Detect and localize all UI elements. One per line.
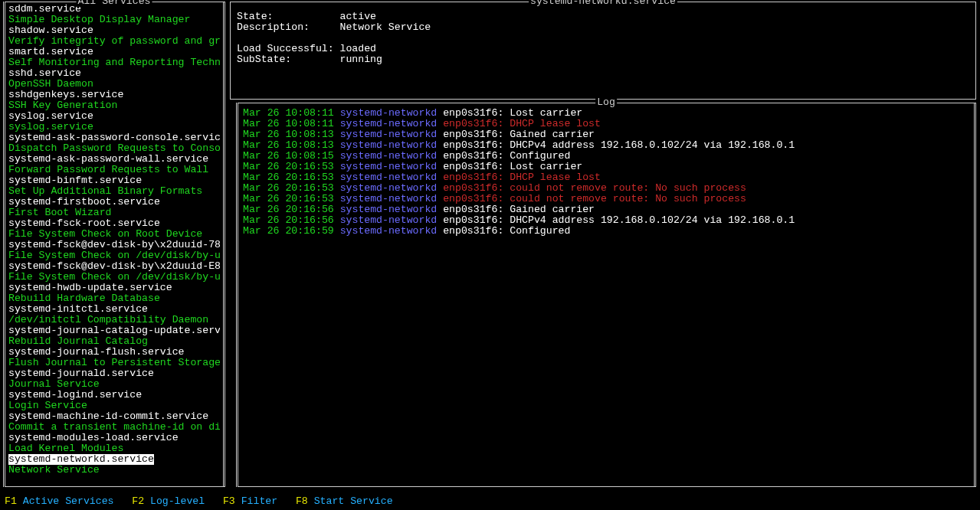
log-source: systemd-networkd (340, 107, 438, 119)
service-description: File System Check on /dev/disk/by-uuid (8, 250, 220, 261)
service-item[interactable]: systemd-networkd.service (8, 454, 220, 465)
service-description: OpenSSH Daemon (8, 79, 220, 90)
service-item[interactable]: sshd.service (8, 68, 220, 79)
log-source: systemd-networkd (340, 204, 438, 215)
log-timestamp: Mar 26 10:08:11 (243, 118, 334, 129)
log-message: enp0s31f6: Configured (443, 225, 570, 237)
log-message: enp0s31f6: Configured (443, 150, 570, 162)
log-line: Mar 26 20:16:59 systemd-networkd enp0s31… (243, 226, 969, 237)
log-timestamp: Mar 26 10:08:13 (243, 129, 334, 140)
log-timestamp: Mar 26 20:16:59 (243, 225, 334, 237)
service-description: File System Check on Root Device (8, 229, 220, 240)
service-item[interactable]: systemd-machine-id-commit.service (8, 411, 220, 422)
service-description: Set Up Additional Binary Formats (8, 186, 220, 197)
service-item[interactable]: systemd-modules-load.service (8, 433, 220, 443)
service-item[interactable]: systemd-hwdb-update.service (8, 283, 220, 293)
f3-label[interactable]: Filter (241, 495, 277, 507)
service-description: Journal Service (8, 379, 220, 390)
log-source: systemd-networkd (340, 214, 438, 226)
log-message: enp0s31f6: Lost carrier (443, 107, 582, 119)
service-description: Simple Desktop Display Manager (8, 15, 220, 25)
state-label: State: (237, 11, 273, 22)
log-message: enp0s31f6: DHCP lease lost (443, 172, 601, 183)
log-message: enp0s31f6: could not remove route: No su… (443, 193, 746, 204)
log-source: systemd-networkd (340, 129, 438, 140)
log-timestamp: Mar 26 10:08:13 (243, 139, 334, 151)
service-description: /dev/initctl Compatibility Daemon (8, 315, 220, 325)
log-message: enp0s31f6: DHCP lease lost (443, 118, 601, 129)
log-source: systemd-networkd (340, 193, 438, 204)
log-line: Mar 26 10:08:11 systemd-networkd enp0s31… (243, 119, 969, 129)
log-line: Mar 26 10:08:13 systemd-networkd enp0s31… (243, 129, 969, 140)
service-detail-panel: systemd-networkd.service State: active D… (230, 2, 976, 100)
service-item[interactable]: systemd-journald.service (8, 368, 220, 379)
service-item[interactable]: systemd-fsck@dev-disk-by\x2duuid-785fe (8, 240, 220, 250)
f2-label[interactable]: Log-level (150, 495, 205, 507)
services-list[interactable]: sddm.serviceSimple Desktop Display Manag… (5, 2, 223, 486)
log-timestamp: Mar 26 10:08:11 (243, 107, 334, 119)
service-item[interactable]: systemd-journal-catalog-update.service (8, 325, 220, 336)
service-description: Rebuild Journal Catalog (8, 336, 220, 347)
service-item[interactable]: syslog.service (8, 111, 220, 122)
service-item[interactable]: systemd-initctl.service (8, 304, 220, 315)
log-panel: Log Mar 26 10:08:11 systemd-networkd enp… (236, 103, 976, 487)
service-detail-title: systemd-networkd.service (529, 0, 677, 7)
description-label: Description: (237, 21, 310, 33)
log-source: systemd-networkd (340, 118, 438, 129)
log-timestamp: Mar 26 20:16:53 (243, 193, 334, 204)
state-value: active (340, 11, 376, 22)
service-item[interactable]: smartd.service (8, 47, 220, 57)
service-description: Verify integrity of password and group (8, 36, 220, 47)
service-item[interactable]: systemd-ask-password-wall.service (8, 154, 220, 165)
log-source: systemd-networkd (340, 161, 438, 172)
f1-key[interactable]: F1 (5, 495, 17, 507)
log-timestamp: Mar 26 20:16:53 (243, 182, 334, 194)
service-item[interactable]: systemd-ask-password-console.service (8, 132, 220, 143)
log-source: systemd-networkd (340, 182, 438, 194)
service-item[interactable]: systemd-logind.service (8, 390, 220, 400)
log-line: Mar 26 20:16:53 systemd-networkd enp0s31… (243, 194, 969, 204)
log-line: Mar 26 10:08:15 systemd-networkd enp0s31… (243, 151, 969, 162)
log-line: Mar 26 20:16:53 systemd-networkd enp0s31… (243, 162, 969, 172)
f2-key[interactable]: F2 (132, 495, 144, 507)
log-timestamp: Mar 26 20:16:56 (243, 214, 334, 226)
log-timestamp: Mar 26 20:16:53 (243, 172, 334, 183)
log-body[interactable]: Mar 26 10:08:11 systemd-networkd enp0s31… (238, 103, 974, 240)
log-line: Mar 26 10:08:11 systemd-networkd enp0s31… (243, 108, 969, 119)
log-source: systemd-networkd (340, 150, 438, 162)
log-source: systemd-networkd (340, 139, 438, 151)
f8-label[interactable]: Start Service (314, 495, 393, 507)
service-item[interactable]: systemd-journal-flush.service (8, 347, 220, 358)
log-message: enp0s31f6: Lost carrier (443, 161, 582, 172)
log-message: enp0s31f6: Gained carrier (443, 204, 595, 215)
service-description: Flush Journal to Persistent Storage (8, 358, 220, 368)
substate-value: running (340, 54, 382, 65)
service-description: First Boot Wizard (8, 208, 220, 218)
service-description: SSH Key Generation (8, 100, 220, 111)
service-description: File System Check on /dev/disk/by-uuid (8, 272, 220, 283)
log-timestamp: Mar 26 20:16:53 (243, 161, 334, 172)
log-line: Mar 26 20:16:53 systemd-networkd enp0s31… (243, 172, 969, 183)
footer-bar: F1 Active Services F2 Log-level F3 Filte… (5, 496, 393, 507)
log-timestamp: Mar 26 10:08:15 (243, 150, 334, 162)
log-line: Mar 26 20:16:56 systemd-networkd enp0s31… (243, 204, 969, 215)
service-item[interactable]: systemd-binfmt.service (8, 175, 220, 186)
f3-key[interactable]: F3 (223, 495, 235, 507)
log-message: enp0s31f6: could not remove route: No su… (443, 182, 746, 194)
service-item[interactable]: systemd-fsck@dev-disk-by\x2duuid-E8AA\ (8, 261, 220, 272)
load-value: loaded (340, 43, 376, 54)
service-item[interactable]: shadow.service (8, 25, 220, 36)
description-value: Network Service (340, 21, 431, 33)
log-line: Mar 26 10:08:13 systemd-networkd enp0s31… (243, 140, 969, 151)
substate-label: SubState: (237, 54, 291, 65)
service-item[interactable]: systemd-firstboot.service (8, 197, 220, 208)
service-description: Load Kernel Modules (8, 443, 220, 454)
log-message: enp0s31f6: DHCPv4 address 192.168.0.102/… (443, 139, 795, 151)
log-source: systemd-networkd (340, 172, 438, 183)
service-description: Commit a transient machine-id on disk (8, 422, 220, 433)
service-item[interactable]: sshdgenkeys.service (8, 90, 220, 100)
f8-key[interactable]: F8 (296, 495, 308, 507)
service-item[interactable]: systemd-fsck-root.service (8, 218, 220, 229)
log-timestamp: Mar 26 20:16:56 (243, 204, 334, 215)
f1-label[interactable]: Active Services (23, 495, 114, 507)
